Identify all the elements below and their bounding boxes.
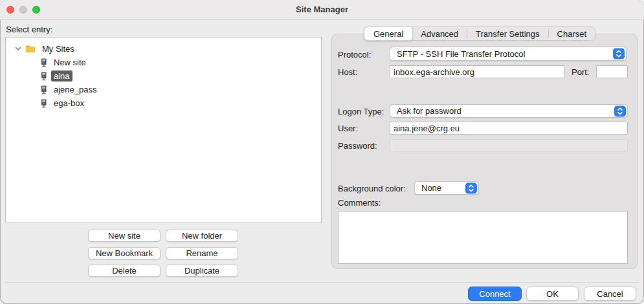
site-manager-dialog: Site Manager Select entry: My Sites bbox=[0, 0, 644, 304]
tree-item-my-sites[interactable]: My Sites bbox=[6, 42, 321, 56]
tab-transfer-settings[interactable]: Transfer Settings bbox=[467, 27, 548, 40]
server-icon bbox=[41, 58, 47, 67]
tree-item-label: My Sites bbox=[39, 43, 77, 54]
delete-button[interactable]: Delete bbox=[88, 265, 161, 277]
new-bookmark-button[interactable]: New Bookmark bbox=[88, 247, 161, 259]
titlebar: Site Manager bbox=[0, 0, 644, 20]
up-down-chevrons-icon bbox=[614, 105, 626, 116]
disclosure-chevron-icon[interactable] bbox=[15, 47, 21, 51]
up-down-chevrons-icon bbox=[613, 49, 625, 60]
window-title: Site Manager bbox=[0, 5, 644, 14]
protocol-label: Protocol: bbox=[338, 50, 371, 60]
tree-item-ega-box[interactable]: ega-box bbox=[6, 96, 321, 110]
duplicate-button[interactable]: Duplicate bbox=[166, 265, 238, 277]
port-label: Port: bbox=[572, 67, 589, 77]
host-input[interactable] bbox=[390, 65, 565, 78]
port-input[interactable] bbox=[596, 65, 628, 78]
background-color-value: None bbox=[421, 183, 441, 193]
tree-item-label: ega-box bbox=[51, 98, 87, 109]
tree-item-new-site[interactable]: New site bbox=[6, 56, 321, 69]
tree-item-aina[interactable]: aina bbox=[6, 69, 321, 83]
tree-item-ajene-pass[interactable]: ajene_pass bbox=[6, 83, 321, 96]
user-label: User: bbox=[338, 124, 358, 133]
tree-item-label: aina bbox=[51, 71, 72, 81]
user-input[interactable] bbox=[390, 122, 628, 135]
comments-label: Comments: bbox=[338, 198, 381, 208]
logon-type-value: Ask for password bbox=[397, 106, 461, 116]
host-label: Host: bbox=[338, 67, 357, 77]
select-entry-label: Select entry: bbox=[6, 25, 52, 34]
password-label: Password: bbox=[338, 141, 377, 151]
new-folder-button[interactable]: New folder bbox=[166, 230, 238, 242]
ok-button[interactable]: OK bbox=[526, 287, 579, 301]
logon-type-select[interactable]: Ask for password bbox=[390, 104, 628, 118]
footer-separator bbox=[5, 282, 639, 283]
tab-general[interactable]: General bbox=[364, 27, 413, 41]
protocol-value: SFTP - SSH File Transfer Protocol bbox=[397, 49, 525, 59]
protocol-select[interactable]: SFTP - SSH File Transfer Protocol bbox=[390, 47, 627, 61]
tree-item-label: New site bbox=[51, 57, 89, 68]
new-site-button[interactable]: New site bbox=[88, 230, 161, 242]
tabbar: General Advanced Transfer Settings Chars… bbox=[364, 27, 595, 41]
server-icon bbox=[41, 72, 47, 81]
server-icon bbox=[41, 85, 47, 94]
background-color-select[interactable]: None bbox=[414, 181, 479, 195]
folder-icon bbox=[25, 45, 36, 53]
background-color-label: Background color: bbox=[338, 184, 406, 193]
tab-charset[interactable]: Charset bbox=[549, 27, 595, 40]
tree-action-buttons: New site New folder New Bookmark Rename … bbox=[88, 230, 238, 277]
logon-type-label: Logon Type: bbox=[338, 107, 384, 116]
tree-item-label: ajene_pass bbox=[51, 84, 100, 95]
password-input bbox=[390, 139, 628, 152]
rename-button[interactable]: Rename bbox=[166, 247, 238, 259]
site-tree: My Sites New site bbox=[5, 37, 322, 223]
connect-button[interactable]: Connect bbox=[468, 287, 522, 301]
up-down-chevrons-icon bbox=[465, 182, 477, 193]
server-icon bbox=[41, 99, 47, 108]
cancel-button[interactable]: Cancel bbox=[584, 287, 636, 301]
comments-textarea[interactable] bbox=[338, 211, 628, 264]
tab-advanced[interactable]: Advanced bbox=[412, 27, 467, 40]
